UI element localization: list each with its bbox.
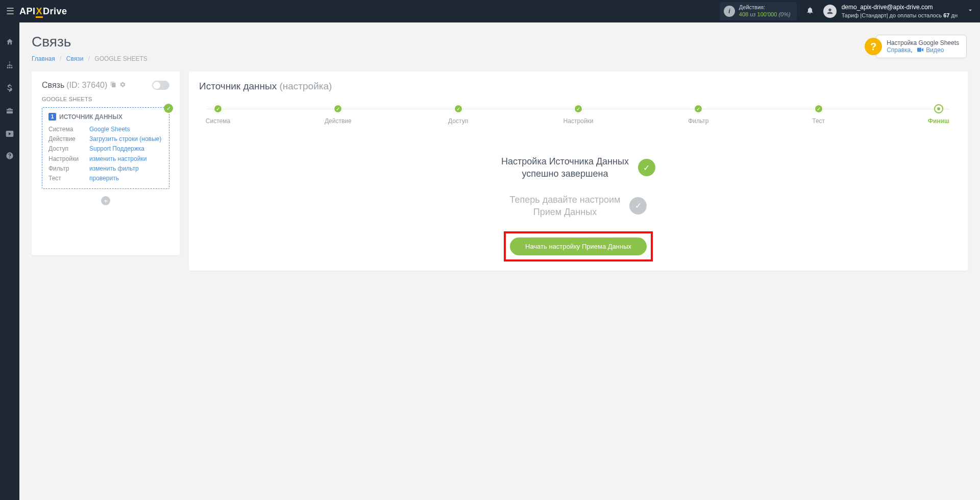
cta-highlight: Начать настройку Приема Данных: [504, 231, 653, 261]
status-done-l2: успешно завершена: [501, 168, 629, 180]
step-финиш[interactable]: Финиш: [921, 104, 957, 125]
breadcrumb-current: GOOGLE SHEETS: [94, 55, 147, 62]
user-email: demo_apix-drive@apix-drive.com: [842, 4, 958, 12]
chevron-down-icon[interactable]: [967, 7, 974, 16]
source-row-key: Действие: [48, 134, 89, 144]
actions-label: Действия:: [739, 4, 791, 11]
help-title: Настройка Google Sheets: [887, 39, 959, 46]
status-done-l1: Настройка Источника Данных: [501, 155, 629, 168]
enable-toggle[interactable]: [152, 81, 169, 90]
logo-pre: API: [19, 6, 36, 16]
step-настройки[interactable]: ✓Настройки: [560, 104, 596, 125]
gear-icon[interactable]: [119, 81, 126, 89]
briefcase-icon[interactable]: [5, 107, 14, 116]
camera-icon: [917, 46, 925, 54]
status-done-row: Настройка Источника Данных успешно завер…: [199, 155, 958, 180]
source-row-key: Настройки: [48, 154, 89, 164]
card-sub: GOOGLE SHEETS: [42, 96, 169, 102]
step-dot: ✓: [694, 104, 703, 113]
card-title: Связь: [42, 81, 64, 90]
source-row: Настройкиизменить настройки: [48, 154, 163, 164]
actions-pct: (0%): [778, 11, 790, 17]
source-row-key: Доступ: [48, 144, 89, 154]
source-number: 1: [48, 113, 56, 121]
status-next-row: Теперь давайте настроим Прием Данных ✓: [199, 194, 958, 219]
page-title: Связь: [32, 34, 968, 50]
source-box: ✓ 1 ИСТОЧНИК ДАННЫХ СистемаGoogle Sheets…: [42, 107, 169, 189]
step-label: Доступ: [448, 117, 468, 125]
page: Связь Главная / Связи / GOOGLE SHEETS Св…: [19, 22, 980, 283]
card-id: (ID: 37640): [66, 81, 107, 90]
dollar-icon[interactable]: [5, 84, 14, 93]
check-pending-icon: ✓: [629, 197, 647, 215]
add-step-button[interactable]: +: [101, 196, 110, 205]
step-система[interactable]: ✓Система: [200, 104, 236, 125]
step-действие[interactable]: ✓Действие: [320, 104, 356, 125]
check-icon: ✓: [638, 159, 655, 176]
step-label: Фильтр: [688, 117, 708, 125]
actions-count: 408: [739, 11, 748, 17]
user-tariff: Тариф |Стандарт| до оплаты осталось 67 д…: [842, 12, 958, 19]
source-row: Тестпроверить: [48, 174, 163, 183]
status-next-l1: Теперь давайте настроим: [510, 194, 621, 206]
breadcrumb-links[interactable]: Связи: [66, 55, 84, 62]
topbar: ☰ APIXDrive i Действия: 408 из 100'000 (…: [0, 0, 980, 22]
help-link-guide[interactable]: Справка: [887, 46, 911, 54]
left-rail: [0, 22, 19, 283]
source-row-value[interactable]: Загрузить строки (новые): [89, 134, 161, 144]
connection-card: Связь (ID: 37640) GOOGLE SHEETS ✓: [32, 72, 180, 255]
avatar: [823, 5, 837, 18]
source-row-key: Система: [48, 125, 89, 134]
user-block[interactable]: demo_apix-drive@apix-drive.com Тариф |Ст…: [823, 4, 958, 19]
source-row-value[interactable]: изменить фильтр: [89, 164, 139, 174]
setup-title: Источник данных (настройка): [199, 81, 958, 92]
help-popup: ? Настройка Google Sheets Справка, Видео: [865, 35, 967, 58]
logo-post: Drive: [43, 6, 67, 16]
help-link-video[interactable]: Видео: [926, 46, 944, 54]
step-dot: ✓: [454, 104, 463, 113]
step-label: Настройки: [564, 117, 594, 125]
step-тест[interactable]: ✓Тест: [801, 104, 837, 125]
bell-icon[interactable]: [806, 6, 814, 16]
start-setup-button[interactable]: Начать настройку Приема Данных: [510, 237, 647, 255]
info-icon: i: [724, 6, 735, 17]
source-row-value[interactable]: проверить: [89, 174, 119, 183]
logo[interactable]: APIXDrive: [19, 6, 67, 17]
step-dot: [934, 104, 943, 113]
source-head-label: ИСТОЧНИК ДАННЫХ: [59, 113, 122, 121]
setup-card: Источник данных (настройка) ✓Система✓Дей…: [189, 72, 968, 271]
help-question-icon[interactable]: ?: [865, 38, 882, 55]
youtube-icon[interactable]: [5, 130, 14, 138]
sitemap-icon[interactable]: [5, 61, 14, 70]
step-label: Действие: [325, 117, 352, 125]
source-row: ДоступSupport Поддержка: [48, 144, 163, 154]
source-row-value[interactable]: изменить настройки: [89, 154, 146, 164]
source-row-key: Фильтр: [48, 164, 89, 174]
source-row: СистемаGoogle Sheets: [48, 125, 163, 134]
source-row: Фильтризменить фильтр: [48, 164, 163, 174]
step-доступ[interactable]: ✓Доступ: [440, 104, 476, 125]
help-box: Настройка Google Sheets Справка, Видео: [876, 35, 967, 58]
source-row: ДействиеЗагрузить строки (новые): [48, 134, 163, 144]
home-icon[interactable]: [5, 38, 14, 47]
copy-icon[interactable]: [110, 81, 116, 89]
breadcrumb-home[interactable]: Главная: [32, 55, 55, 62]
source-row-value[interactable]: Support Поддержка: [89, 144, 144, 154]
source-row-key: Тест: [48, 174, 89, 183]
step-dot: ✓: [814, 104, 823, 113]
help-icon[interactable]: [5, 152, 14, 161]
source-row-value[interactable]: Google Sheets: [89, 125, 130, 134]
step-dot: ✓: [213, 104, 223, 113]
step-фильтр[interactable]: ✓Фильтр: [680, 104, 716, 125]
source-check-icon: ✓: [164, 104, 173, 113]
step-dot: ✓: [333, 104, 342, 113]
step-label: Финиш: [928, 117, 949, 125]
stepper: ✓Система✓Действие✓Доступ✓Настройки✓Фильт…: [200, 104, 957, 125]
status-next-l2: Прием Данных: [510, 206, 621, 218]
logo-x: X: [36, 6, 43, 18]
hamburger-icon[interactable]: ☰: [6, 6, 14, 17]
step-label: Тест: [812, 117, 825, 125]
actions-pill[interactable]: i Действия: 408 из 100'000 (0%): [720, 2, 797, 20]
breadcrumb: Главная / Связи / GOOGLE SHEETS: [32, 55, 968, 62]
step-label: Система: [206, 117, 230, 125]
